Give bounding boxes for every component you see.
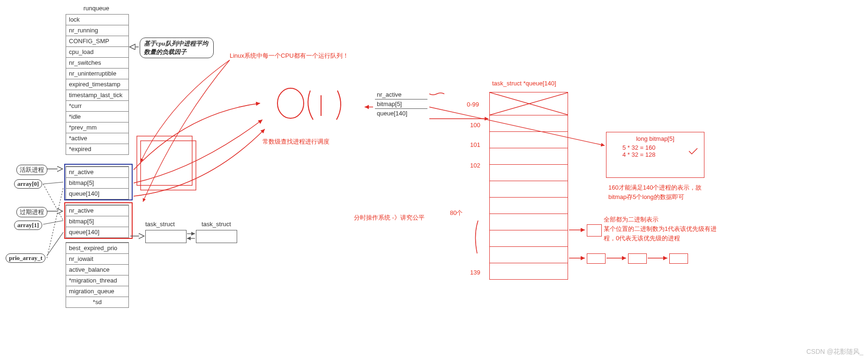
task-struct-label-2: task_struct [202, 221, 231, 228]
svg-line-11 [43, 221, 63, 224]
queue-cell [489, 165, 568, 181]
mini-field: queue[140] [375, 109, 427, 118]
rq-field: cpu_load [66, 47, 129, 58]
rq-field: timestamp_last_tick [66, 90, 129, 101]
mini-field: nr_active [375, 90, 427, 99]
rq-field: active_balance [66, 265, 129, 275]
svg-rect-6 [141, 141, 196, 190]
svg-line-8 [43, 182, 63, 184]
watermark: CSDN @花影随风_ [806, 348, 863, 356]
rq-field: *sd [66, 297, 129, 308]
queue-idx: 102 [470, 162, 480, 169]
task-struct-box-2 [196, 230, 237, 243]
rq-field: *curr [66, 101, 129, 112]
list-node-box [669, 253, 688, 264]
fair-note: 分时操作系统 -》讲究公平 [354, 214, 425, 222]
queue-idx: 101 [470, 141, 480, 148]
runqueue-title: runqueue [83, 5, 109, 12]
queue-idx: 100 [470, 122, 480, 129]
rq-field: nr_switches [66, 58, 129, 69]
queue-idx: 139 [470, 269, 480, 276]
o1-handdrawn-icon [272, 82, 366, 129]
mini-field: bitmap[5] [375, 99, 427, 109]
queue-idx: 0-99 [467, 101, 479, 108]
rq-field: expired_timestamp [66, 79, 129, 90]
rq-field: migration_queue [66, 286, 129, 297]
load-factor-bubble: 基于cpu队列中进程平均数量的负载因子 [140, 38, 214, 58]
list-node-box [628, 253, 647, 264]
binary-note-2: 某个位置的二进制数为1代表该优先级有进程，0代表无该优先级的进程 [604, 224, 726, 243]
list-node-box [587, 224, 602, 237]
rq-field: CONFIG_SMP [66, 36, 129, 47]
queue-cell [489, 214, 568, 230]
queue-column [489, 92, 568, 280]
rq-field: *active [66, 133, 129, 144]
rq-field: best_expired_prio [66, 243, 129, 254]
runqueue-table-bottom: best_expired_prio nr_iowait active_balan… [66, 242, 129, 308]
array1-highlight-red [64, 202, 133, 239]
svg-rect-5 [137, 136, 192, 185]
task-struct-label-1: task_struct [145, 221, 175, 228]
rq-field: *expired [66, 144, 129, 155]
rq-field: nr_running [66, 25, 129, 36]
binary-note-1: 全部都为二进制表示 [604, 215, 726, 224]
rq-field: *idle [66, 112, 129, 122]
queue-cell [489, 132, 568, 148]
bitmap-line2: 4 * 32 = 128 [611, 151, 699, 158]
queue-title: task_struct *queue[140] [492, 80, 556, 87]
rq-field: lock [66, 14, 129, 25]
queue-cell [489, 263, 568, 280]
bitmap-line1: 5 * 32 = 160 [611, 144, 699, 151]
queue-cell-crossed [489, 92, 568, 115]
queue-cell [489, 198, 568, 214]
mini-array-block: nr_active bitmap[5] queue[140] [375, 90, 427, 118]
array0-highlight-blue [64, 164, 133, 200]
expired-process-label: 过期进程 [16, 207, 47, 217]
svg-line-12 [47, 232, 63, 256]
fair-count: 80个 [450, 209, 463, 217]
runqueue-table-top: lock nr_running CONFIG_SMP cpu_load nr_s… [66, 14, 129, 155]
queue-cell [489, 115, 568, 132]
queue-cell [489, 247, 568, 263]
queue-cell [489, 181, 568, 198]
svg-point-0 [277, 88, 304, 118]
const-lookup-note: 常数级查找进程进行调度 [262, 137, 329, 146]
rq-field: *migration_thread [66, 275, 129, 286]
svg-line-13 [47, 188, 63, 258]
queue-cell [489, 230, 568, 247]
task-struct-box-1 [145, 230, 187, 243]
bitmap-title: long bitmap[5] [611, 135, 699, 142]
bitmap-box: long bitmap[5] 5 * 32 = 160 4 * 32 = 128 [606, 132, 704, 178]
active-process-label: 活跃进程 [16, 165, 47, 175]
bitmap-explanation: 160才能满足140个进程的表示，故bitmap存5个long的数据即可 [608, 183, 711, 201]
list-node-box [587, 253, 606, 264]
rq-field: *prev_mm [66, 122, 129, 133]
prio-array-t-label: prio_array_t [6, 253, 45, 263]
queue-cell [489, 148, 568, 165]
rq-field: nr_iowait [66, 254, 129, 265]
array0-label: array[0] [14, 179, 42, 189]
rq-field: nr_uninterruptible [66, 69, 129, 79]
cpu-runqueue-note: Linux系统中每一个CPU都有一个运行队列！ [230, 52, 349, 60]
array1-label: array[1] [14, 221, 42, 230]
